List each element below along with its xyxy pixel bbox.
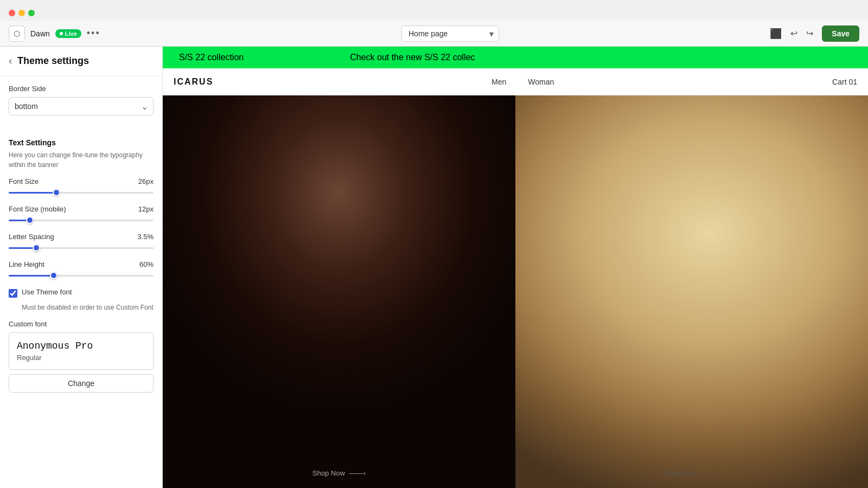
- main-layout: ‹ Theme settings Border Side top bottom …: [0, 47, 868, 488]
- theme-name-label: Dawn: [30, 29, 50, 38]
- use-theme-font-label: Use Theme font: [22, 288, 72, 296]
- font-size-mobile-label: Font Size (mobile): [9, 205, 66, 213]
- announcement-bar: S/S 22 collection Check out the new S/S …: [163, 47, 868, 68]
- product-cell-1: Shop Now ——›: [163, 95, 515, 488]
- line-height-row: Line Height 60%: [9, 260, 154, 280]
- use-theme-font-desc: Must be disabled in order to use Custom …: [9, 303, 154, 312]
- text-settings-desc: Here you can change fine-tune the typogr…: [9, 150, 154, 170]
- use-theme-font-checkbox[interactable]: [9, 289, 17, 298]
- save-button[interactable]: Save: [822, 25, 859, 42]
- border-side-select-wrapper: top bottom left right none: [9, 97, 154, 115]
- announcement-text-spacer: [260, 52, 334, 63]
- maximize-button[interactable]: [28, 10, 35, 16]
- border-side-section: Border Side top bottom left right none: [0, 76, 162, 124]
- use-theme-font-row: Use Theme font: [9, 288, 154, 298]
- toolbar-right: ⬛ ↩ ↪ Save: [751, 25, 859, 42]
- preview-iframe: S/S 22 collection Check out the new S/S …: [163, 47, 868, 488]
- font-size-mobile-label-row: Font Size (mobile) 12px: [9, 205, 154, 213]
- undo-redo-group: ↩ ↪: [787, 26, 816, 41]
- line-height-slider[interactable]: [9, 275, 154, 277]
- toolbar-left: ⬡ Dawn Live •••: [9, 25, 150, 42]
- shop-now-label-1: Shop Now: [312, 469, 345, 477]
- font-size-slider[interactable]: [9, 192, 154, 194]
- letter-spacing-row: Letter Spacing 3.5%: [9, 233, 154, 253]
- font-size-label-row: Font Size 26px: [9, 177, 154, 185]
- shop-now-arrow-2: ——›: [702, 469, 718, 477]
- font-preview-box: Anonymous Pro Regular: [9, 332, 154, 370]
- store-nav: ICARUS Men Woman Cart 01: [163, 68, 868, 95]
- traffic-lights: [0, 5, 868, 21]
- back-icon: ⬡: [14, 29, 20, 38]
- page-select[interactable]: Home page Product page Collection page A…: [401, 25, 499, 42]
- shop-now-2[interactable]: Shop Now ——›: [665, 469, 718, 477]
- font-size-mobile-slider[interactable]: [9, 220, 154, 221]
- letter-spacing-label: Letter Spacing: [9, 233, 54, 241]
- font-size-mobile-value: 12px: [138, 205, 154, 213]
- store-logo: ICARUS: [174, 77, 213, 87]
- store-menu: Men Woman: [213, 78, 832, 86]
- nav-woman[interactable]: Woman: [528, 78, 554, 86]
- sidebar: ‹ Theme settings Border Side top bottom …: [0, 47, 163, 488]
- product-photo-person: [163, 95, 515, 488]
- line-height-label: Line Height: [9, 260, 44, 268]
- live-badge: Live: [55, 29, 81, 38]
- nav-men[interactable]: Men: [492, 78, 506, 86]
- border-side-select[interactable]: top bottom left right none: [9, 97, 154, 115]
- monitor-icon[interactable]: ⬛: [770, 28, 782, 40]
- toolbar-center: Home page Product page Collection page A…: [156, 25, 744, 42]
- text-settings-title: Text Settings: [9, 138, 154, 147]
- announcement-text-2: Check out the new S/S 22 collec: [334, 53, 491, 62]
- shop-now-1[interactable]: Shop Now ——›: [312, 469, 366, 477]
- font-size-slider-container: [9, 188, 154, 197]
- live-dot: [60, 32, 63, 35]
- page-select-wrapper: Home page Product page Collection page A…: [401, 25, 499, 42]
- letter-spacing-slider-container: [9, 243, 154, 253]
- toolbar: ⬡ Dawn Live ••• Home page Product page C…: [0, 21, 868, 47]
- announcement-text-1: S/S 22 collection: [163, 53, 260, 62]
- border-side-label: Border Side: [9, 85, 154, 93]
- store-cart[interactable]: Cart 01: [832, 78, 857, 86]
- sidebar-title: Theme settings: [17, 55, 89, 67]
- window-chrome: [0, 0, 868, 21]
- close-button[interactable]: [9, 10, 15, 16]
- preview-area: S/S 22 collection Check out the new S/S …: [163, 47, 868, 488]
- minimize-button[interactable]: [18, 10, 25, 16]
- line-height-value: 60%: [139, 260, 154, 268]
- font-size-label: Font Size: [9, 177, 39, 185]
- letter-spacing-value: 3.5%: [137, 233, 154, 241]
- font-name-display: Anonymous Pro: [17, 341, 145, 351]
- shop-now-arrow-1: ——›: [349, 469, 366, 477]
- custom-font-section: Custom font Anonymous Pro Regular Change: [9, 320, 154, 393]
- product-photo-glasses: [515, 95, 868, 488]
- font-size-row: Font Size 26px: [9, 177, 154, 197]
- sidebar-back-button[interactable]: ‹: [9, 55, 12, 67]
- product-grid: Shop Now ——› Shop Now ——›: [163, 95, 868, 488]
- font-size-mobile-row: Font Size (mobile) 12px: [9, 205, 154, 225]
- line-height-label-row: Line Height 60%: [9, 260, 154, 268]
- letter-spacing-slider[interactable]: [9, 247, 154, 249]
- custom-font-label: Custom font: [9, 320, 154, 328]
- font-style-display: Regular: [17, 354, 145, 362]
- font-size-mobile-slider-container: [9, 215, 154, 225]
- live-label: Live: [65, 30, 77, 37]
- shop-now-label-2: Shop Now: [665, 469, 698, 477]
- line-height-slider-container: [9, 271, 154, 280]
- change-font-button[interactable]: Change: [9, 374, 154, 393]
- text-settings-section: Text Settings Here you can change fine-t…: [0, 124, 162, 401]
- toolbar-back-button[interactable]: ⬡: [9, 25, 25, 42]
- undo-button[interactable]: ↩: [787, 26, 801, 41]
- redo-button[interactable]: ↪: [803, 26, 816, 41]
- letter-spacing-label-row: Letter Spacing 3.5%: [9, 233, 154, 241]
- font-size-value: 26px: [138, 177, 154, 185]
- product-cell-2: Shop Now ——›: [515, 95, 868, 488]
- sidebar-header: ‹ Theme settings: [0, 47, 162, 76]
- more-options-button[interactable]: •••: [87, 28, 100, 39]
